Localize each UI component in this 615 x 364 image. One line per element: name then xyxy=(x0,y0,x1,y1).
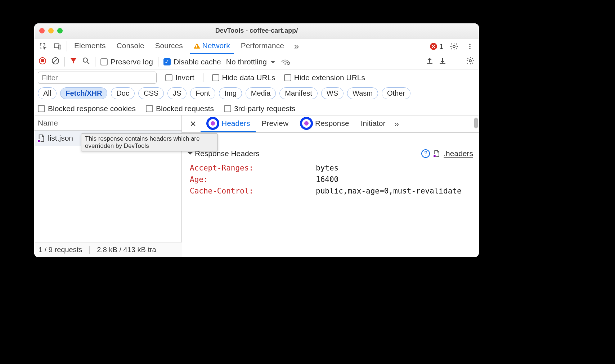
overridden-file-icon xyxy=(38,134,45,142)
svg-point-5 xyxy=(469,46,470,47)
import-har-icon[interactable] xyxy=(439,57,446,67)
header-row: Cache-Control: public,max-age=0,must-rev… xyxy=(188,185,473,197)
device-toolbar-icon[interactable] xyxy=(52,41,63,52)
help-icon[interactable]: ? xyxy=(421,149,430,158)
override-indicator-icon xyxy=(300,117,313,130)
more-detail-tabs-icon[interactable]: » xyxy=(391,119,402,129)
svg-line-10 xyxy=(53,59,58,63)
request-details-panel: ✕ Headers Preview Response Initiator » T… xyxy=(182,115,479,257)
svg-point-15 xyxy=(469,60,471,62)
preserve-log-checkbox[interactable]: Preserve log xyxy=(100,58,153,66)
pill-manifest[interactable]: Manifest xyxy=(279,87,318,99)
header-row: Age: 16400 xyxy=(188,174,473,185)
pill-img[interactable]: Img xyxy=(219,87,242,99)
blocked-response-cookies-checkbox[interactable]: Blocked response cookies xyxy=(38,104,136,113)
svg-point-14 xyxy=(287,62,290,65)
svg-point-6 xyxy=(469,48,470,49)
pill-media[interactable]: Media xyxy=(246,87,276,99)
tab-console[interactable]: Console xyxy=(113,38,148,54)
filter-input[interactable]: Filter xyxy=(38,72,157,84)
window-title: DevTools - coffee-cart.app/ xyxy=(34,27,479,35)
chevron-down-icon xyxy=(270,61,275,66)
warning-icon xyxy=(194,40,200,49)
request-count: 1 / 9 requests xyxy=(39,246,82,254)
response-headers-section[interactable]: Response Headers ? .headers xyxy=(188,148,473,162)
detail-tab-initiator[interactable]: Initiator xyxy=(355,115,391,132)
close-details-icon[interactable]: ✕ xyxy=(185,119,201,129)
override-indicator-icon xyxy=(206,117,219,130)
third-party-requests-checkbox[interactable]: 3rd-party requests xyxy=(224,104,295,113)
invert-checkbox[interactable]: Invert xyxy=(165,73,194,82)
detail-tab-headers[interactable]: Headers xyxy=(201,115,256,132)
network-settings-gear-icon[interactable] xyxy=(466,56,475,67)
headers-content: This response is overridden by DevTools … xyxy=(182,133,479,257)
throttling-select[interactable]: No throttling xyxy=(226,58,275,66)
header-key: Accept-Ranges: xyxy=(190,164,309,172)
network-filter-bar: Filter Invert Hide data URLs Hide extens… xyxy=(34,69,479,115)
header-row: Accept-Ranges: bytes xyxy=(188,162,473,174)
zoom-window-button[interactable] xyxy=(57,28,63,33)
minimize-window-button[interactable] xyxy=(48,28,54,33)
header-value: bytes xyxy=(316,164,473,172)
pill-wasm[interactable]: Wasm xyxy=(347,87,378,99)
search-icon[interactable] xyxy=(82,57,90,67)
header-value: 16400 xyxy=(316,175,473,184)
header-key: Age: xyxy=(190,175,309,184)
inspect-element-icon[interactable] xyxy=(38,41,49,52)
pill-font[interactable]: Font xyxy=(190,87,215,99)
settings-gear-icon[interactable] xyxy=(449,41,459,52)
tab-elements[interactable]: Elements xyxy=(71,38,109,54)
pill-doc[interactable]: Doc xyxy=(111,87,135,99)
scrollbar-thumb[interactable] xyxy=(474,118,478,128)
svg-point-13 xyxy=(284,63,286,65)
svg-line-12 xyxy=(87,62,89,64)
tab-sources[interactable]: Sources xyxy=(152,38,187,54)
console-error-badge[interactable]: ✕ 1 xyxy=(430,42,444,51)
list-column-header[interactable]: Name xyxy=(34,115,181,131)
hide-extension-urls-checkbox[interactable]: Hide extension URLs xyxy=(284,73,365,82)
svg-point-4 xyxy=(469,44,470,45)
filter-toggle-icon[interactable] xyxy=(70,57,77,66)
network-toolbar: Preserve log ✓Disable cache No throttlin… xyxy=(34,54,479,69)
request-list-panel: Name list.json This response contains he… xyxy=(34,115,182,257)
detail-tab-preview[interactable]: Preview xyxy=(256,115,294,132)
network-status-bar: 1 / 9 requests 2.8 kB / 413 kB tra xyxy=(34,242,182,257)
error-icon: ✕ xyxy=(430,43,437,50)
svg-point-11 xyxy=(83,58,87,62)
tab-performance[interactable]: Performance xyxy=(237,38,288,54)
window-traffic-lights xyxy=(39,28,63,33)
pill-css[interactable]: CSS xyxy=(138,87,164,99)
record-button[interactable] xyxy=(39,57,46,67)
blocked-requests-checkbox[interactable]: Blocked requests xyxy=(146,104,214,113)
network-conditions-icon[interactable] xyxy=(280,57,290,67)
transfer-size: 2.8 kB / 413 kB tra xyxy=(97,246,156,254)
kebab-menu-icon[interactable] xyxy=(464,41,475,52)
tab-network[interactable]: Network xyxy=(190,38,234,54)
pill-all[interactable]: All xyxy=(38,87,57,99)
header-key: Cache-Control: xyxy=(190,187,309,195)
clear-button[interactable] xyxy=(51,57,59,67)
headers-file-link[interactable]: .headers xyxy=(444,149,473,158)
hide-data-urls-checkbox[interactable]: Hide data URLs xyxy=(212,73,275,82)
pill-fetch-xhr[interactable]: Fetch/XHR xyxy=(60,87,107,99)
resource-type-pills: All Fetch/XHR Doc CSS JS Font Img Media … xyxy=(38,87,475,99)
svg-point-3 xyxy=(453,45,455,47)
export-har-icon[interactable] xyxy=(426,57,434,67)
main-tabstrip: Elements Console Sources Network Perform… xyxy=(34,38,479,54)
overridden-file-icon xyxy=(434,150,440,157)
tooltip-headers-override: This response contains headers which are… xyxy=(81,133,218,151)
pill-ws[interactable]: WS xyxy=(321,87,344,99)
more-tabs-icon[interactable]: » xyxy=(291,41,302,51)
pill-other[interactable]: Other xyxy=(382,87,410,99)
disclosure-triangle-icon xyxy=(188,152,193,157)
header-value: public,max-age=0,must-revalidate xyxy=(316,187,473,195)
window-titlebar: DevTools - coffee-cart.app/ xyxy=(34,23,479,38)
request-name: list.json xyxy=(48,134,73,142)
disable-cache-checkbox[interactable]: ✓Disable cache xyxy=(163,58,221,66)
close-window-button[interactable] xyxy=(39,28,45,33)
pill-js[interactable]: JS xyxy=(167,87,187,99)
detail-tabstrip: ✕ Headers Preview Response Initiator » xyxy=(182,115,479,133)
detail-tab-response[interactable]: Response xyxy=(294,115,355,132)
svg-rect-8 xyxy=(41,59,44,62)
devtools-window: DevTools - coffee-cart.app/ Elements Con… xyxy=(34,23,479,257)
